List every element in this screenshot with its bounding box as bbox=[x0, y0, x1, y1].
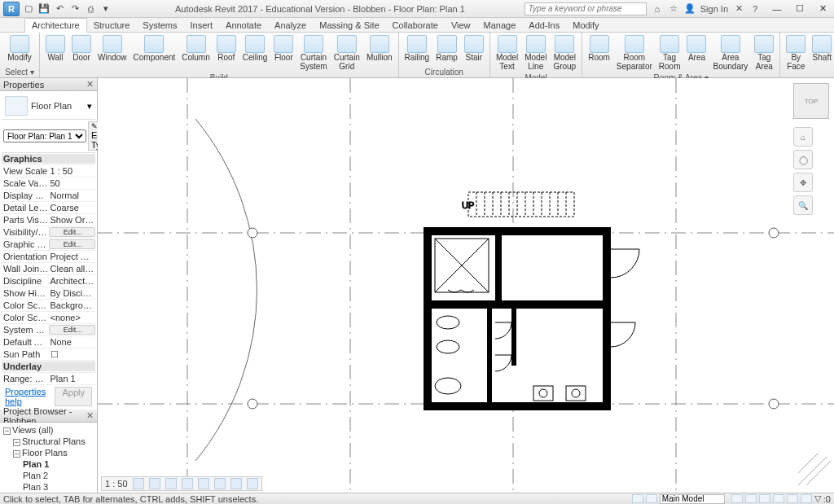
room-button[interactable]: Room bbox=[586, 34, 612, 64]
tab-annotate[interactable]: Annotate bbox=[219, 19, 268, 32]
help-icon[interactable]: ? bbox=[749, 3, 761, 15]
curtain-system-button[interactable]: CurtainSystem bbox=[297, 34, 329, 72]
window-maximize-button[interactable]: ☐ bbox=[788, 1, 811, 17]
props-row[interactable]: DisciplineArchitectural bbox=[2, 275, 95, 287]
props-value[interactable]: 50 bbox=[49, 178, 96, 188]
props-row[interactable]: Detail LevelCoarse bbox=[2, 202, 95, 214]
type-dropdown-icon[interactable]: ▾ bbox=[87, 101, 92, 112]
railing-button[interactable]: Railing bbox=[402, 34, 432, 64]
tree-node[interactable]: Plan 1 bbox=[0, 458, 97, 470]
qat-save-icon[interactable]: 💾 bbox=[37, 2, 50, 15]
tree-node[interactable]: −Floor Plans bbox=[0, 447, 97, 458]
sun-path-icon[interactable] bbox=[165, 478, 177, 489]
tab-systems[interactable]: Systems bbox=[136, 19, 183, 32]
props-row[interactable]: Graphic Displ...Edit... bbox=[2, 239, 95, 251]
props-value[interactable]: Edit... bbox=[49, 227, 96, 237]
tab-structure[interactable]: Structure bbox=[87, 19, 137, 32]
tag-room-button[interactable]: TagRoom bbox=[656, 34, 683, 72]
props-value[interactable]: <none> bbox=[49, 313, 96, 322]
props-row[interactable]: View Scale1 : 50 bbox=[2, 165, 95, 177]
roof-button[interactable]: Roof bbox=[214, 34, 239, 64]
instance-selector[interactable]: Floor Plan: Plan 1 bbox=[3, 129, 86, 142]
hide-isolate-icon[interactable] bbox=[230, 478, 242, 489]
nav-wheel-icon[interactable]: ◯ bbox=[793, 150, 813, 169]
props-value[interactable]: Background bbox=[49, 300, 96, 310]
stair-button[interactable]: Stair bbox=[462, 34, 486, 64]
nav-pan-icon[interactable]: ✥ bbox=[793, 173, 813, 192]
wall-button[interactable]: Wall bbox=[43, 34, 68, 64]
by-face-button[interactable]: ByFace bbox=[784, 34, 808, 72]
project-browser[interactable]: −Views (all)−Structural Plans−Floor Plan… bbox=[0, 423, 97, 493]
props-group-header[interactable]: Underlay bbox=[2, 361, 95, 373]
props-value[interactable]: Architectural bbox=[49, 276, 96, 286]
nav-home-icon[interactable]: ⌂ bbox=[793, 127, 813, 147]
props-value[interactable]: Project North bbox=[49, 252, 96, 261]
crop-view-icon[interactable] bbox=[198, 478, 209, 489]
props-group-header[interactable]: Graphics bbox=[2, 153, 95, 165]
shaft-button[interactable]: Shaft bbox=[810, 34, 834, 64]
props-row[interactable]: Scale Value 1:50 bbox=[2, 177, 95, 190]
tab-insert[interactable]: Insert bbox=[184, 19, 220, 32]
props-row[interactable]: Visibility/Grap...Edit... bbox=[2, 226, 95, 239]
reveal-hidden-icon[interactable] bbox=[247, 478, 258, 489]
props-row[interactable]: Sun Path☐ bbox=[2, 348, 95, 361]
tree-node[interactable]: Plan 2 bbox=[0, 470, 97, 481]
tab-manage[interactable]: Manage bbox=[477, 19, 523, 32]
help-search-input[interactable] bbox=[525, 2, 647, 15]
props-value[interactable]: Edit... bbox=[49, 239, 96, 249]
drag-elements-icon[interactable] bbox=[801, 494, 812, 503]
window-minimize-button[interactable]: — bbox=[766, 1, 788, 17]
props-row[interactable]: OrientationProject North bbox=[2, 251, 95, 263]
area-button[interactable]: Area bbox=[684, 34, 709, 64]
view-cube[interactable]: TOP bbox=[793, 83, 829, 119]
qat-print-icon[interactable]: ⎙ bbox=[84, 2, 97, 15]
props-row[interactable]: Default Analy...None bbox=[2, 336, 95, 348]
select-pinned-icon[interactable] bbox=[773, 494, 784, 503]
tab-analyze[interactable]: Analyze bbox=[268, 19, 313, 32]
type-selector[interactable]: Floor Plan bbox=[31, 101, 84, 111]
model-line-button[interactable]: ModelLine bbox=[522, 34, 549, 72]
workset-selector[interactable] bbox=[660, 494, 725, 504]
tree-node[interactable]: −Structural Plans bbox=[0, 436, 97, 447]
ramp-button[interactable]: Ramp bbox=[433, 34, 460, 64]
infocenter-icon[interactable]: ⌂ bbox=[652, 3, 663, 15]
props-row[interactable]: Range: Base L...Plan 1 bbox=[2, 373, 95, 385]
ceiling-button[interactable]: Ceiling bbox=[240, 34, 270, 64]
tab-modify[interactable]: Modify bbox=[566, 19, 605, 32]
area-boundary-button[interactable]: AreaBoundary bbox=[710, 34, 750, 72]
props-value[interactable]: 1 : 50 bbox=[49, 166, 96, 176]
filter-icon[interactable]: ▽ bbox=[814, 493, 821, 504]
tab-view[interactable]: View bbox=[445, 19, 477, 32]
tree-node[interactable]: Plan 3 bbox=[0, 481, 97, 493]
drawing-canvas[interactable]: UP TOP ⌂ ◯ ✥ 🔍 1 : 50 bbox=[98, 78, 834, 493]
tab-architecture[interactable]: Architecture bbox=[24, 18, 87, 33]
workset-icon[interactable] bbox=[632, 494, 643, 503]
door-button[interactable]: Door bbox=[69, 34, 94, 64]
room-separator-button[interactable]: RoomSeparator bbox=[614, 34, 655, 72]
qat-undo-icon[interactable]: ↶ bbox=[53, 2, 66, 15]
props-row[interactable]: Color Scheme<none> bbox=[2, 312, 95, 324]
modify-button[interactable]: Modify bbox=[3, 34, 36, 64]
props-row[interactable]: Color Scheme...Background bbox=[2, 300, 95, 312]
visual-style-icon[interactable] bbox=[149, 478, 160, 489]
tree-expander-icon[interactable]: − bbox=[13, 439, 20, 446]
tab-massing-site[interactable]: Massing & Site bbox=[313, 19, 385, 32]
properties-help-link[interactable]: Properties help bbox=[5, 387, 55, 406]
select-underlay-icon[interactable] bbox=[759, 494, 770, 503]
tree-expander-icon[interactable]: − bbox=[3, 427, 11, 435]
design-options-icon[interactable] bbox=[731, 494, 743, 503]
select-face-icon[interactable] bbox=[787, 494, 798, 503]
props-row[interactable]: Show Hidden ...By Discipline bbox=[2, 287, 95, 300]
window-button[interactable]: Window bbox=[95, 34, 129, 64]
model-text-button[interactable]: ModelText bbox=[494, 34, 520, 72]
tab-collaborate[interactable]: Collaborate bbox=[386, 19, 445, 32]
properties-close-icon[interactable]: ✕ bbox=[86, 79, 94, 90]
props-value[interactable]: Clean all wall j... bbox=[49, 264, 96, 274]
props-value[interactable]: By Discipline bbox=[49, 288, 96, 298]
component-button[interactable]: Component bbox=[131, 34, 178, 64]
signin-label[interactable]: Sign In bbox=[700, 4, 728, 14]
exchange-icon[interactable]: ✕ bbox=[733, 3, 744, 15]
view-scale-button[interactable]: 1 : 50 bbox=[105, 479, 128, 489]
curtain-grid-button[interactable]: CurtainGrid bbox=[331, 34, 362, 72]
props-row[interactable]: Display ModelNormal bbox=[2, 190, 95, 202]
